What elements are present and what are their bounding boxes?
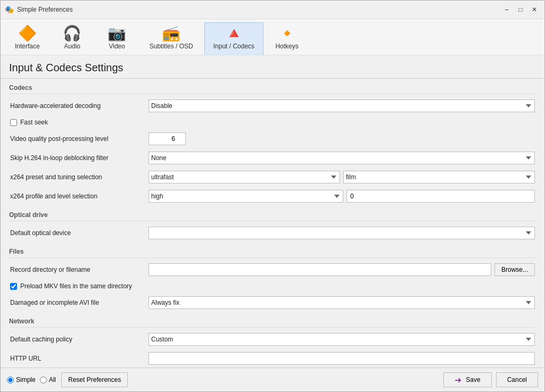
row-optical-device: Default optical device [9,223,536,243]
control-skip-h264: None Non-ref Bidir Non-key All [148,152,535,164]
control-optical-device [148,227,535,239]
footer-left: Simple All Reset Preferences [7,372,128,387]
video-icon: 📷 [108,26,126,41]
select-optical-device[interactable] [148,227,535,239]
nav-item-subtitles[interactable]: 📻 Subtitles / OSD [141,22,202,55]
row-hardware-decoding: Hardware-accelerated decoding Disable Au… [9,96,536,115]
main-window: 🎭 Simple Preferences – □ ✕ 🔶 Interface 🎧… [0,0,545,392]
reset-button[interactable]: Reset Preferences [61,372,128,387]
label-skip-h264: Skip H.264 in-loop deblocking filter [10,154,148,162]
label-hardware-decoding: Hardware-accelerated decoding [10,102,148,110]
section-files: Files [9,243,536,258]
title-bar: 🎭 Simple Preferences – □ ✕ [1,1,544,19]
radio-group-settings: Simple All [7,376,56,383]
content-area: Input & Codecs Settings Codecs Hardware-… [1,55,544,368]
section-codecs: Codecs [9,79,536,94]
select-x264-tuning[interactable]: film animation grain stillimage psnr ssi… [343,171,535,184]
title-bar-controls: – □ ✕ [501,4,540,15]
row-video-quality: Video quality post-processing level [9,129,536,148]
subtitles-icon: 📻 [162,26,180,41]
settings-scroll[interactable]: Codecs Hardware-accelerated decoding Dis… [1,79,544,368]
title-bar-left: 🎭 Simple Preferences [5,5,73,14]
row-skip-h264: Skip H.264 in-loop deblocking filter Non… [9,148,536,168]
select-caching-policy[interactable]: Custom Lowest latency Low latency Normal… [148,333,535,346]
input-x264-level[interactable] [346,190,535,203]
nav-item-hotkeys[interactable]: 🔸 Hotkeys [266,22,308,55]
browse-button[interactable]: Browse... [494,263,535,276]
nav-item-video[interactable]: 📷 Video [96,22,138,55]
section-network: Network [9,312,536,328]
control-caching-policy: Custom Lowest latency Low latency Normal… [148,333,535,346]
nav-label-subtitles: Subtitles / OSD [150,43,193,50]
save-label: Save [466,376,480,383]
cancel-button[interactable]: Cancel [496,372,538,387]
select-damaged-avi[interactable]: Always fix Ask Never fix Fix when possib… [148,296,535,309]
control-x264-profile: baseline main high high10 high422 high44… [148,190,535,203]
nav-label-audio: Audio [64,43,80,50]
minimize-button[interactable]: – [501,4,513,15]
label-damaged-avi: Damaged or incomplete AVI file [10,299,148,306]
radio-simple-label[interactable]: Simple [7,376,36,383]
checkbox-fast-seek[interactable] [10,119,17,126]
control-x264-preset: ultrafast superfast veryfast faster fast… [148,171,535,184]
save-arrow-icon: ➜ [455,375,461,385]
interface-icon: 🔶 [18,26,37,41]
input-http-url[interactable] [148,352,535,365]
maximize-button[interactable]: □ [515,4,526,15]
nav-item-audio[interactable]: 🎧 Audio [51,22,94,55]
nav-label-hotkeys: Hotkeys [275,43,298,50]
control-record-dir: Browse... [148,263,535,276]
label-preload-mkv[interactable]: Preload MKV files in the same directory [20,282,132,290]
select-x264-preset[interactable]: ultrafast superfast veryfast faster fast… [148,171,340,184]
radio-all-text: All [49,376,56,383]
select-skip-h264[interactable]: None Non-ref Bidir Non-key All [148,152,535,164]
input-record-dir[interactable] [148,263,491,276]
x264-preset-controls: ultrafast superfast veryfast faster fast… [148,171,535,184]
footer: Simple All Reset Preferences ➜ Save Canc… [1,368,544,391]
section-optical: Optical drive [9,206,536,221]
row-caching-policy: Default caching policy Custom Lowest lat… [9,330,536,349]
nav-label-interface: Interface [15,43,40,50]
row-fast-seek: Fast seek [9,115,536,129]
control-video-quality [148,132,535,145]
radio-all[interactable] [40,377,47,383]
row-damaged-avi: Damaged or incomplete AVI file Always fi… [9,293,536,312]
page-title: Input & Codecs Settings [1,55,544,79]
checkbox-preload-mkv[interactable] [10,283,17,290]
radio-simple[interactable] [7,377,14,383]
control-damaged-avi: Always fix Ask Never fix Fix when possib… [148,296,535,309]
label-record-dir: Record directory or filename [10,266,148,273]
hotkeys-icon: 🔸 [278,26,296,41]
nav-item-input[interactable]: 🔺 Input / Codecs [204,22,263,55]
label-optical-device: Default optical device [10,229,148,237]
nav-bar: 🔶 Interface 🎧 Audio 📷 Video 📻 Subtitles … [1,19,544,55]
select-x264-profile[interactable]: baseline main high high10 high422 high44… [148,190,343,203]
control-hardware-decoding: Disable Automatic DirectX VA 2 NVIDIA CU… [148,99,535,112]
radio-simple-text: Simple [16,376,36,383]
label-fast-seek[interactable]: Fast seek [20,119,48,126]
nav-label-video: Video [109,43,125,50]
save-button[interactable]: ➜ Save [443,372,491,387]
row-preload-mkv: Preload MKV files in the same directory [9,279,536,293]
app-icon: 🎭 [5,5,14,14]
nav-item-interface[interactable]: 🔶 Interface [6,22,49,55]
row-x264-profile: x264 profile and level selection baselin… [9,187,536,206]
row-record-dir: Record directory or filename Browse... [9,260,536,279]
select-hardware-decoding[interactable]: Disable Automatic DirectX VA 2 NVIDIA CU… [148,99,535,112]
title-bar-title: Simple Preferences [17,6,73,13]
radio-all-label[interactable]: All [40,376,56,383]
input-video-quality[interactable] [148,132,186,145]
nav-label-input: Input / Codecs [213,43,254,50]
input-icon: 🔺 [225,26,243,41]
close-button[interactable]: ✕ [529,4,540,15]
footer-right: ➜ Save Cancel [443,372,538,387]
row-http-url: HTTP URL [9,349,536,368]
row-x264-preset: x264 preset and tuning selection ultrafa… [9,168,536,187]
label-caching-policy: Default caching policy [10,336,148,343]
audio-icon: 🎧 [63,26,81,41]
control-http-url [148,352,535,365]
label-http-url: HTTP URL [10,355,148,362]
x264-profile-controls: baseline main high high10 high422 high44… [148,190,535,203]
label-x264-preset: x264 preset and tuning selection [10,173,148,181]
label-x264-profile: x264 profile and level selection [10,193,148,200]
